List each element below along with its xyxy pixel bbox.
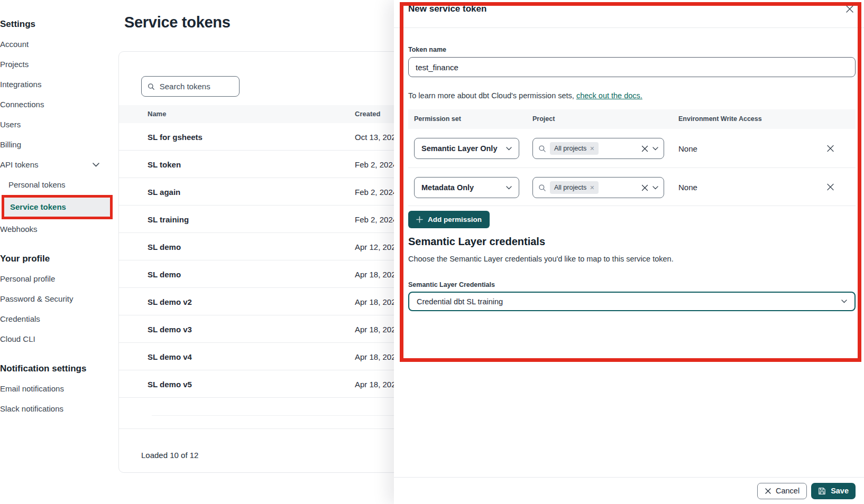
sidebar-item-integrations[interactable]: Integrations	[0, 74, 115, 95]
chevron-down-icon	[93, 163, 99, 167]
sidebar-heading-settings: Settings	[0, 14, 115, 34]
screen: Settings Account Projects Integrations C…	[0, 0, 864, 504]
save-button[interactable]: Save	[811, 483, 856, 499]
search-input[interactable]	[160, 82, 233, 91]
clear-selection-icon[interactable]	[641, 145, 649, 153]
sidebar-heading-your-profile: Your profile	[0, 249, 115, 269]
cancel-label: Cancel	[776, 487, 799, 495]
drawer-title: New service token	[408, 4, 486, 14]
service-tokens-annotation-box: Service tokens	[2, 195, 113, 219]
chevron-down-icon	[652, 147, 658, 151]
sl-credentials-label: Semantic Layer Credentials	[408, 281, 856, 288]
search-icon	[538, 184, 546, 192]
project-chip: All projects✕	[550, 142, 599, 155]
sidebar-item-personal-profile[interactable]: Personal profile	[0, 269, 115, 289]
search-icon	[538, 145, 546, 153]
remove-permission-icon[interactable]	[826, 144, 835, 153]
search-icon	[148, 82, 155, 91]
plus-icon	[416, 216, 423, 223]
sl-credentials-value: Credential dbt SL training	[417, 297, 503, 306]
column-header-created: Created	[355, 105, 380, 123]
sidebar-item-password-security[interactable]: Password & Security	[0, 289, 115, 309]
project-chip: All projects✕	[550, 181, 599, 194]
drawer-footer: Cancel Save	[394, 477, 864, 504]
sidebar-item-connections[interactable]: Connections	[0, 95, 115, 115]
sidebar-item-webhooks[interactable]: Webhooks	[0, 219, 115, 239]
permission-row: Metadata Only All projects✕ None	[408, 168, 856, 206]
sidebar-item-billing[interactable]: Billing	[0, 135, 115, 155]
token-name: SL demo v5	[148, 379, 192, 388]
close-icon[interactable]	[844, 4, 855, 15]
column-header-name: Name	[148, 105, 166, 123]
drawer-header: New service token	[394, 0, 864, 28]
token-name: SL again	[148, 187, 180, 196]
sl-credentials-heading: Semantic Layer credentials	[408, 236, 856, 248]
chip-remove-icon[interactable]: ✕	[590, 184, 594, 191]
project-chip-label: All projects	[554, 145, 586, 152]
chevron-down-icon	[652, 186, 658, 190]
sidebar-item-service-tokens[interactable]: Service tokens	[4, 198, 110, 217]
project-chip-label: All projects	[554, 184, 586, 191]
chevron-down-icon	[841, 300, 847, 303]
permission-set-select[interactable]: Semantic Layer Only	[414, 138, 519, 159]
token-name: SL demo	[148, 269, 181, 278]
api-tokens-label: API tokens	[0, 155, 39, 175]
save-floppy-icon	[818, 487, 826, 495]
column-header-env-write: Environment Write Access	[678, 109, 762, 129]
cancel-button[interactable]: Cancel	[757, 483, 807, 499]
token-name: SL demo	[148, 242, 181, 251]
sidebar-heading-notification-settings: Notification settings	[0, 359, 115, 379]
add-permission-button[interactable]: Add permission	[408, 211, 490, 228]
token-name: SL demo v4	[148, 352, 192, 361]
token-name: SL token	[148, 160, 181, 169]
sidebar-item-personal-tokens[interactable]: Personal tokens	[0, 175, 115, 195]
docs-link[interactable]: check out the docs.	[576, 91, 642, 100]
save-label: Save	[831, 487, 849, 495]
new-service-token-drawer: New service token Token name To learn mo…	[394, 0, 864, 504]
sl-credentials-select[interactable]: Credential dbt SL training	[408, 292, 856, 311]
token-name: SL for gsheets	[148, 132, 203, 141]
column-header-permission-set: Permission set	[414, 109, 461, 129]
settings-sidebar: Settings Account Projects Integrations C…	[0, 0, 115, 419]
chevron-down-icon	[506, 186, 512, 190]
sidebar-item-email-notifications[interactable]: Email notifications	[0, 379, 115, 399]
env-write-access-value: None	[678, 144, 697, 153]
token-name: SL demo v3	[148, 324, 192, 333]
column-header-project: Project	[532, 109, 555, 129]
clear-selection-icon[interactable]	[641, 184, 649, 192]
sidebar-item-users[interactable]: Users	[0, 115, 115, 135]
sidebar-item-slack-notifications[interactable]: Slack notifications	[0, 399, 115, 419]
search-tokens-box[interactable]	[141, 76, 240, 97]
chevron-down-icon	[506, 147, 512, 151]
remove-permission-icon[interactable]	[826, 182, 835, 191]
permission-row: Semantic Layer Only All projects✕ None	[408, 129, 856, 168]
token-name: SL training	[148, 214, 189, 223]
sidebar-item-account[interactable]: Account	[0, 34, 115, 54]
token-name-label: Token name	[408, 46, 856, 53]
permission-set-select[interactable]: Metadata Only	[414, 177, 519, 198]
drawer-body: Token name To learn more about dbt Cloud…	[408, 28, 856, 311]
sidebar-item-credentials[interactable]: Credentials	[0, 309, 115, 329]
load-status: Loaded 10 of 12	[141, 451, 198, 460]
permissions-table: Permission set Project Environment Write…	[408, 109, 856, 206]
permission-set-value: Semantic Layer Only	[421, 144, 497, 153]
sidebar-item-projects[interactable]: Projects	[0, 54, 115, 74]
docs-text-prefix: To learn more about dbt Cloud's permissi…	[408, 91, 576, 100]
sl-credentials-description: Choose the Semantic Layer credentials yo…	[408, 255, 856, 263]
permissions-table-header: Permission set Project Environment Write…	[408, 109, 856, 129]
chip-remove-icon[interactable]: ✕	[590, 145, 594, 152]
docs-text: To learn more about dbt Cloud's permissi…	[408, 91, 856, 100]
add-permission-label: Add permission	[428, 216, 482, 223]
project-multiselect[interactable]: All projects✕	[532, 138, 664, 159]
token-name-input[interactable]	[408, 57, 856, 77]
token-name: SL demo v2	[148, 297, 192, 306]
sidebar-item-api-tokens[interactable]: API tokens	[0, 155, 115, 175]
x-icon	[765, 488, 771, 494]
permission-set-value: Metadata Only	[421, 183, 474, 192]
env-write-access-value: None	[678, 182, 697, 191]
sidebar-item-cloud-cli[interactable]: Cloud CLI	[0, 329, 115, 349]
page-title: Service tokens	[124, 14, 231, 31]
project-multiselect[interactable]: All projects✕	[532, 177, 664, 198]
